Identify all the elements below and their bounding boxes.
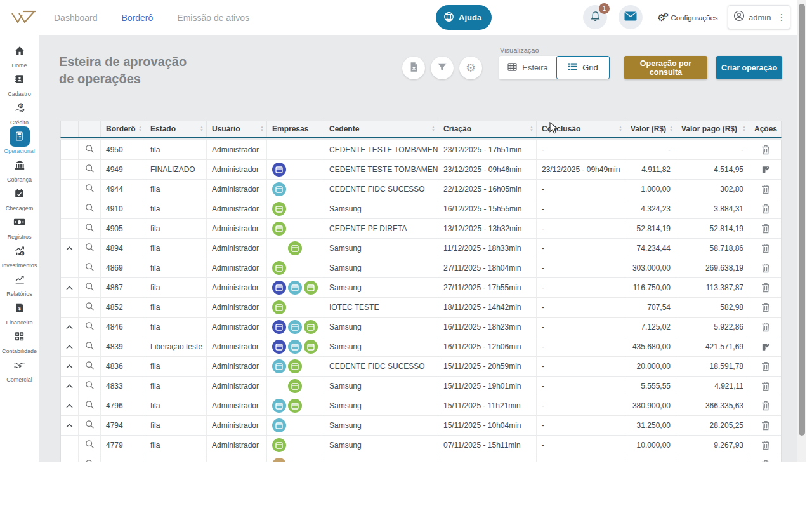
search-row-icon[interactable] <box>85 184 95 195</box>
table-row[interactable]: 4778 fila Administrador LITOVAS COMERCIO… <box>61 455 781 462</box>
table-row[interactable]: 4852 fila Administrador IOTEC TESTE 18/1… <box>61 298 781 318</box>
sort-icon[interactable]: ▲▼ <box>742 126 746 132</box>
scrollbar-thumb[interactable] <box>799 4 805 436</box>
table-row[interactable]: 4869 fila Administrador Samsung 27/11/20… <box>61 258 781 278</box>
col-estado[interactable]: Estado▲▼ <box>145 121 207 137</box>
search-row-icon[interactable] <box>85 302 95 313</box>
edit-action-button[interactable] <box>760 164 772 176</box>
col-bordero[interactable]: Borderô▲▼ <box>101 121 145 137</box>
table-settings-button[interactable]: ⚙ <box>459 57 482 79</box>
table-row[interactable]: 4867 fila Administrador Samsung 27/11/20… <box>61 278 781 298</box>
nav-item-dashboard[interactable]: Dashboard <box>54 13 98 23</box>
delete-action-button[interactable] <box>760 458 771 462</box>
table-row[interactable]: 4839 Liberação teste Administrador Samsu… <box>61 337 781 357</box>
sidebar-item-investimentos[interactable]: $ Investimentos <box>0 240 39 269</box>
search-row-icon[interactable] <box>85 223 95 234</box>
filter-button[interactable] <box>431 57 454 79</box>
sidebar-item-checagem[interactable]: Checagem <box>0 183 39 211</box>
table-row[interactable]: 4833 fila Administrador Samsung 15/11/20… <box>61 377 781 396</box>
table-row[interactable]: 4894 fila Administrador Samsung 11/12/20… <box>61 239 781 258</box>
view-grid-button[interactable]: Grid <box>556 56 610 79</box>
search-row-icon[interactable] <box>85 164 95 175</box>
sort-icon[interactable]: ▲▼ <box>530 126 534 132</box>
expand-chevron[interactable] <box>66 382 73 391</box>
expand-chevron[interactable] <box>66 342 73 351</box>
sidebar-item-credito[interactable]: $ Crédito <box>0 97 39 126</box>
col-conclusao[interactable]: Conclusão▲▼ <box>537 121 625 137</box>
sidebar-item-contabilidade[interactable]: Contabilidade <box>0 326 39 354</box>
table-row[interactable]: 4779 fila Administrador Samsung 07/11/20… <box>61 436 781 455</box>
delete-action-button[interactable] <box>760 380 771 392</box>
search-row-icon[interactable] <box>85 282 95 293</box>
table-row[interactable]: 4794 fila Administrador Samsung 15/11/20… <box>61 416 781 436</box>
table-row[interactable]: 4949 FINALIZADO Administrador CEDENTE TE… <box>61 160 781 180</box>
sort-icon[interactable]: ▲▼ <box>260 126 264 132</box>
delete-action-button[interactable] <box>760 360 771 373</box>
delete-action-button[interactable] <box>760 399 771 412</box>
search-row-icon[interactable] <box>85 420 95 431</box>
col-valor[interactable]: Valor (R$)▲▼ <box>625 121 676 137</box>
kebab-menu-icon[interactable]: ⋮ <box>777 12 786 22</box>
delete-action-button[interactable] <box>760 262 771 274</box>
expand-chevron[interactable] <box>66 401 73 410</box>
search-row-icon[interactable] <box>85 459 95 462</box>
sort-icon[interactable]: ▲▼ <box>431 126 435 132</box>
sidebar-item-financeiro[interactable]: $ Financeiro <box>0 297 39 326</box>
search-row-icon[interactable] <box>85 361 95 372</box>
sidebar-item-comercial[interactable]: Comercial <box>0 354 39 383</box>
sidebar-item-operacional[interactable]: Operacional <box>0 126 39 154</box>
expand-chevron[interactable] <box>66 244 73 253</box>
search-row-icon[interactable] <box>85 400 95 411</box>
sort-icon[interactable]: ▲▼ <box>669 126 673 132</box>
sort-icon[interactable]: ▲▼ <box>200 126 204 132</box>
criar-operacao-button[interactable]: Criar operação <box>716 56 782 79</box>
messages-button[interactable] <box>619 5 643 29</box>
delete-action-button[interactable] <box>760 439 771 451</box>
search-row-icon[interactable] <box>85 439 95 451</box>
expand-chevron[interactable] <box>66 323 73 331</box>
table-row[interactable]: 4950 fila Administrador CEDENTE TESTE TO… <box>61 140 781 160</box>
table-row[interactable]: 4796 fila Administrador Samsung 15/11/20… <box>61 396 781 416</box>
table-row[interactable]: 4905 fila Administrador CEDENTE PF DIRET… <box>61 219 781 239</box>
table-row[interactable]: 4846 fila Administrador Samsung 16/11/20… <box>61 318 781 337</box>
delete-action-button[interactable] <box>760 281 771 294</box>
delete-action-button[interactable] <box>760 203 771 215</box>
notifications-button[interactable]: 1 <box>583 5 607 29</box>
col-usuario[interactable]: Usuário▲▼ <box>207 121 267 137</box>
nav-item-bordero[interactable]: Borderô <box>122 13 154 23</box>
operacao-por-consulta-button[interactable]: Operação por consulta <box>624 56 707 79</box>
sidebar-item-home[interactable]: Home <box>0 40 39 69</box>
delete-action-button[interactable] <box>760 321 771 333</box>
delete-action-button[interactable] <box>760 301 771 314</box>
sidebar-item-cadastro[interactable]: Cadastro <box>0 69 39 97</box>
expand-chevron[interactable] <box>66 362 73 371</box>
vertical-scrollbar[interactable] <box>797 0 806 462</box>
settings-menu[interactable]: ⚙⚙ Configurações <box>657 0 718 35</box>
search-row-icon[interactable] <box>85 262 95 274</box>
col-criacao[interactable]: Criação▲▼ <box>438 121 537 137</box>
delete-action-button[interactable] <box>760 419 771 432</box>
table-row[interactable]: 4944 fila Administrador CEDENTE FIDC SUC… <box>61 180 781 199</box>
table-row[interactable]: 4910 fila Administrador Samsung 16/12/20… <box>61 199 781 219</box>
col-cedente[interactable]: Cedente▲▼ <box>324 121 438 137</box>
expand-chevron[interactable] <box>66 421 73 430</box>
sort-icon[interactable]: ▲▼ <box>619 126 622 132</box>
table-row[interactable]: 4836 fila Administrador CEDENTE FIDC SUC… <box>61 357 781 377</box>
help-button[interactable]: Ajuda <box>436 5 492 30</box>
sort-icon[interactable]: ▲▼ <box>138 126 142 132</box>
delete-action-button[interactable] <box>760 222 771 235</box>
brand-logo-icon[interactable] <box>10 9 37 28</box>
sidebar-item-registros[interactable]: Registros <box>0 211 39 240</box>
view-esteira-button[interactable]: Esteira <box>499 56 556 79</box>
search-row-icon[interactable] <box>85 321 95 333</box>
user-menu[interactable]: admin ⋮ <box>728 5 790 29</box>
search-row-icon[interactable] <box>85 341 95 352</box>
delete-action-button[interactable] <box>760 183 771 196</box>
edit-action-button[interactable] <box>760 341 772 353</box>
export-excel-button[interactable] <box>402 57 425 79</box>
nav-item-emissao[interactable]: Emissão de ativos <box>177 13 249 23</box>
search-row-icon[interactable] <box>85 243 95 254</box>
col-valor-pago[interactable]: Valor pago (R$)▲▼ <box>676 121 749 137</box>
expand-chevron[interactable] <box>66 283 73 292</box>
search-row-icon[interactable] <box>85 203 95 215</box>
